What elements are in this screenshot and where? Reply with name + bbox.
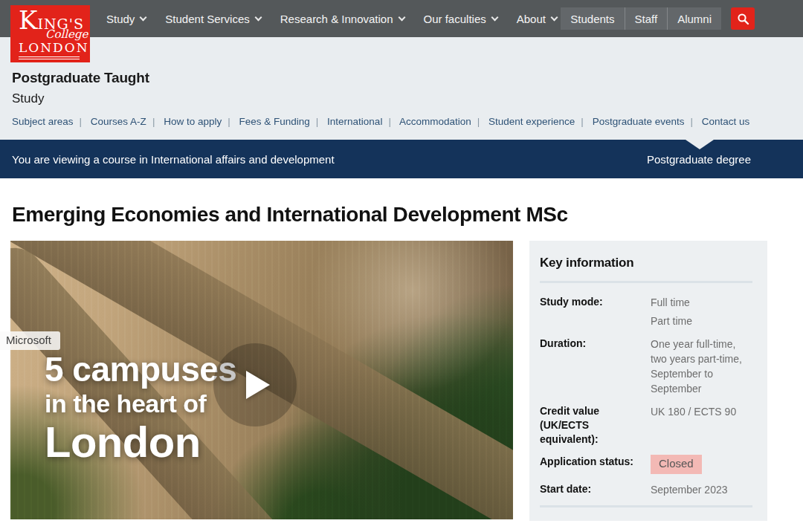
- search-icon: [737, 13, 749, 25]
- course-context-banner: You are viewing a course in Internationa…: [0, 140, 803, 178]
- subnav-separator: |: [477, 116, 480, 127]
- key-info-row-duration: Duration: One year full-time, two years …: [540, 337, 752, 396]
- row-value: Closed: [651, 455, 752, 474]
- subnav-link-subject-areas[interactable]: Subject areas: [12, 116, 74, 127]
- video-overlay-line3: London: [45, 419, 236, 465]
- key-information-panel: Key information Study mode: Full time Pa…: [529, 241, 767, 521]
- kcl-logo[interactable]: KING'S College LONDON: [10, 5, 90, 62]
- section-header: Postgraduate Taught Study Subject areas|…: [0, 37, 803, 140]
- banner-tab-postgraduate-degree[interactable]: Postgraduate degree: [647, 153, 751, 166]
- nav-item-label: Our faculties: [424, 13, 486, 25]
- row-label: Application status:: [540, 455, 651, 474]
- play-button[interactable]: [213, 343, 297, 426]
- main-menu: Study Student Services Research & Innova…: [106, 13, 557, 25]
- section-title[interactable]: Study: [12, 91, 791, 106]
- search-button[interactable]: [731, 7, 755, 30]
- audience-links: Students Staff Alumni: [561, 7, 721, 30]
- nav-item-about[interactable]: About: [517, 13, 557, 25]
- subnav-separator: |: [228, 116, 230, 127]
- subnav-separator: |: [690, 116, 693, 127]
- row-value: UK 180 / ECTS 90: [651, 404, 752, 447]
- video-thumbnail-scene: 5 campuses in the heart of London: [10, 241, 513, 519]
- row-value: September 2023: [651, 482, 752, 497]
- divider: [540, 281, 752, 283]
- row-label: Duration:: [540, 337, 651, 396]
- row-label: Study mode:: [540, 295, 651, 328]
- browser-status-tooltip: Microsoft: [0, 331, 60, 350]
- chevron-down-icon: [398, 13, 405, 21]
- chevron-down-icon: [140, 13, 147, 21]
- key-info-row-credit-value: Credit value (UK/ECTS equivalent): UK 18…: [540, 404, 752, 447]
- page-title: Emerging Economies and International Dev…: [12, 203, 793, 227]
- subnav-link-fees-funding[interactable]: Fees & Funding: [239, 116, 309, 127]
- chevron-down-icon: [491, 13, 498, 21]
- subnav-link-international[interactable]: International: [327, 116, 382, 127]
- play-icon: [246, 371, 270, 399]
- row-value: Full time Part time: [651, 295, 752, 328]
- nav-students[interactable]: Students: [561, 7, 624, 30]
- key-info-row-study-mode: Study mode: Full time Part time: [540, 295, 752, 328]
- nav-item-label: Study: [106, 13, 135, 25]
- main-content: Emerging Economies and International Dev…: [0, 203, 803, 521]
- subnav-link-contact-us[interactable]: Contact us: [702, 116, 750, 127]
- nav-item-our-faculties[interactable]: Our faculties: [424, 13, 497, 25]
- subnav-link-courses-az[interactable]: Courses A-Z: [91, 116, 146, 127]
- chevron-down-icon: [550, 13, 558, 21]
- row-label: Start date:: [540, 482, 651, 497]
- status-badge-closed: Closed: [651, 455, 702, 474]
- subnav-link-how-to-apply[interactable]: How to apply: [164, 116, 222, 127]
- divider: [540, 505, 752, 507]
- subnav-link-postgraduate-events[interactable]: Postgraduate events: [593, 116, 685, 127]
- key-information-title: Key information: [540, 256, 752, 270]
- subnav-link-accommodation[interactable]: Accommodation: [399, 116, 471, 127]
- key-info-row-start-date: Start date: September 2023: [540, 482, 752, 497]
- subnav-separator: |: [152, 116, 155, 127]
- nav-item-research-innovation[interactable]: Research & Innovation: [280, 13, 404, 25]
- top-navbar: KING'S College LONDON Study Student Serv…: [0, 0, 803, 37]
- chevron-down-icon: [254, 13, 262, 21]
- video-player[interactable]: 5 campuses in the heart of London Micros…: [10, 241, 513, 519]
- nav-item-label: Research & Innovation: [280, 13, 393, 25]
- subnav-separator: |: [581, 116, 584, 127]
- subnav-separator: |: [316, 116, 319, 127]
- logo-london: LONDON: [19, 41, 90, 54]
- banner-message: You are viewing a course in Internationa…: [12, 153, 335, 166]
- row-value: One year full-time, two years part-time,…: [651, 337, 752, 396]
- subnav-separator: |: [80, 116, 83, 127]
- logo-college: College: [45, 29, 90, 40]
- subnav-separator: |: [388, 116, 391, 127]
- nav-item-student-services[interactable]: Student Services: [165, 13, 260, 25]
- video-overlay-line2: in the heart of: [45, 388, 236, 419]
- video-overlay-text: 5 campuses in the heart of London: [45, 351, 236, 465]
- subnav-link-student-experience[interactable]: Student experience: [488, 116, 575, 127]
- nav-staff[interactable]: Staff: [625, 7, 668, 30]
- key-info-row-application-status: Application status: Closed: [540, 455, 752, 474]
- nav-item-label: About: [517, 13, 546, 25]
- navbar-right: Students Staff Alumni: [561, 7, 755, 30]
- study-mode-full-time: Full time: [651, 295, 752, 310]
- study-mode-part-time: Part time: [651, 314, 752, 328]
- logo-rule: [19, 56, 80, 59]
- nav-item-study[interactable]: Study: [106, 13, 146, 25]
- video-overlay-line1: 5 campuses: [45, 351, 236, 388]
- nav-alumni[interactable]: Alumni: [667, 7, 721, 30]
- row-label: Credit value (UK/ECTS equivalent):: [540, 404, 651, 447]
- active-tab-notch: [686, 140, 714, 149]
- section-eyebrow: Postgraduate Taught: [12, 70, 791, 86]
- sub-navigation: Subject areas| Courses A-Z| How to apply…: [12, 116, 791, 127]
- nav-item-label: Student Services: [165, 13, 249, 25]
